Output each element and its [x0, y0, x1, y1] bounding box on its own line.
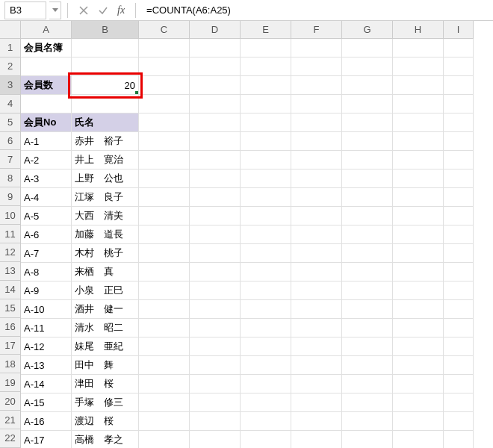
- cell-B6[interactable]: 赤井 裕子: [72, 132, 139, 151]
- cell-E7[interactable]: [241, 151, 291, 169]
- cell-E1[interactable]: [241, 39, 291, 57]
- cell-A20[interactable]: A-15: [21, 393, 72, 412]
- cell-A2[interactable]: [21, 57, 72, 76]
- row-header-6[interactable]: 6: [0, 132, 21, 151]
- cell-H21[interactable]: [393, 412, 444, 431]
- cell-E5[interactable]: [241, 113, 291, 132]
- row-header-1[interactable]: 1: [0, 39, 21, 57]
- cell-B22[interactable]: 高橋 孝之: [72, 431, 139, 448]
- row-header-4[interactable]: 4: [0, 95, 21, 113]
- cell-H1[interactable]: [393, 39, 444, 57]
- cell-F11[interactable]: [291, 225, 342, 244]
- cell-D11[interactable]: [190, 225, 241, 244]
- cell-D17[interactable]: [190, 337, 241, 356]
- cell-D8[interactable]: [190, 169, 241, 188]
- cell-E21[interactable]: [241, 412, 291, 431]
- cell-C3[interactable]: [139, 76, 190, 95]
- cell-H10[interactable]: [393, 207, 444, 225]
- col-header-E[interactable]: E: [241, 21, 291, 39]
- cell-C15[interactable]: [139, 300, 190, 319]
- cell-A11[interactable]: A-6: [21, 225, 72, 244]
- cell-B20[interactable]: 手塚 修三: [72, 393, 139, 412]
- cell-F1[interactable]: [291, 39, 342, 57]
- cell-C8[interactable]: [139, 169, 190, 188]
- cell-G15[interactable]: [342, 300, 393, 319]
- cell-E3[interactable]: [241, 76, 291, 95]
- cell-H17[interactable]: [393, 337, 444, 356]
- row-header-2[interactable]: 2: [0, 57, 21, 76]
- confirm-icon[interactable]: [96, 3, 111, 18]
- cell-E20[interactable]: [241, 393, 291, 412]
- cell-A15[interactable]: A-10: [21, 300, 72, 319]
- cell-A21[interactable]: A-16: [21, 412, 72, 431]
- cell-G21[interactable]: [342, 412, 393, 431]
- cell-I12[interactable]: [444, 244, 474, 263]
- cell-G5[interactable]: [342, 113, 393, 132]
- row-header-11[interactable]: 11: [0, 225, 21, 243]
- cell-I8[interactable]: [444, 169, 474, 188]
- cell-D15[interactable]: [190, 300, 241, 319]
- cell-D4[interactable]: [190, 95, 241, 113]
- cell-G14[interactable]: [342, 281, 393, 300]
- cell-D3[interactable]: [190, 76, 241, 95]
- cell-G9[interactable]: [342, 188, 393, 207]
- cell-I22[interactable]: [444, 431, 474, 448]
- cell-H18[interactable]: [393, 356, 444, 375]
- row-header-8[interactable]: 8: [0, 169, 21, 187]
- cell-D7[interactable]: [190, 151, 241, 169]
- cell-F19[interactable]: [291, 375, 342, 393]
- col-header-I[interactable]: I: [444, 21, 474, 39]
- cell-E14[interactable]: [241, 281, 291, 300]
- cell-A18[interactable]: A-13: [21, 356, 72, 375]
- cell-D9[interactable]: [190, 188, 241, 207]
- row-header-3[interactable]: 3: [0, 76, 21, 95]
- cell-E12[interactable]: [241, 244, 291, 263]
- cell-G16[interactable]: [342, 319, 393, 337]
- cell-B5[interactable]: 氏名: [72, 113, 139, 132]
- cell-C18[interactable]: [139, 356, 190, 375]
- cell-I9[interactable]: [444, 188, 474, 207]
- cell-A3[interactable]: 会員数: [21, 76, 72, 95]
- cell-H14[interactable]: [393, 281, 444, 300]
- cell-G10[interactable]: [342, 207, 393, 225]
- cell-C22[interactable]: [139, 431, 190, 448]
- cell-C1[interactable]: [139, 39, 190, 57]
- row-header-10[interactable]: 10: [0, 206, 21, 225]
- cell-A12[interactable]: A-7: [21, 244, 72, 263]
- cell-A1[interactable]: 会員名簿: [21, 39, 72, 57]
- row-header-12[interactable]: 12: [0, 243, 21, 262]
- cell-F18[interactable]: [291, 356, 342, 375]
- cell-A22[interactable]: A-17: [21, 431, 72, 448]
- cell-A5[interactable]: 会員No: [21, 113, 72, 132]
- cell-A9[interactable]: A-4: [21, 188, 72, 207]
- cell-F12[interactable]: [291, 244, 342, 263]
- cell-D14[interactable]: [190, 281, 241, 300]
- cell-C12[interactable]: [139, 244, 190, 263]
- cell-G19[interactable]: [342, 375, 393, 393]
- col-header-D[interactable]: D: [190, 21, 241, 39]
- cell-D5[interactable]: [190, 113, 241, 132]
- row-header-13[interactable]: 13: [0, 262, 21, 281]
- cell-B19[interactable]: 津田 桜: [72, 375, 139, 393]
- cell-D19[interactable]: [190, 375, 241, 393]
- cell-F4[interactable]: [291, 95, 342, 113]
- name-box[interactable]: B3: [4, 1, 46, 19]
- cell-C11[interactable]: [139, 225, 190, 244]
- cell-I5[interactable]: [444, 113, 474, 132]
- cell-I4[interactable]: [444, 95, 474, 113]
- cell-E8[interactable]: [241, 169, 291, 188]
- cell-B1[interactable]: [72, 39, 139, 57]
- cell-A8[interactable]: A-3: [21, 169, 72, 188]
- cell-I3[interactable]: [444, 76, 474, 95]
- cell-F17[interactable]: [291, 337, 342, 356]
- cell-C2[interactable]: [139, 57, 190, 76]
- cell-E13[interactable]: [241, 263, 291, 281]
- row-header-5[interactable]: 5: [0, 113, 21, 132]
- cell-I6[interactable]: [444, 132, 474, 151]
- row-header-21[interactable]: 21: [0, 411, 21, 429]
- cell-E6[interactable]: [241, 132, 291, 151]
- cell-E2[interactable]: [241, 57, 291, 76]
- cell-I15[interactable]: [444, 300, 474, 319]
- cell-B2[interactable]: [72, 57, 139, 76]
- cell-H22[interactable]: [393, 431, 444, 448]
